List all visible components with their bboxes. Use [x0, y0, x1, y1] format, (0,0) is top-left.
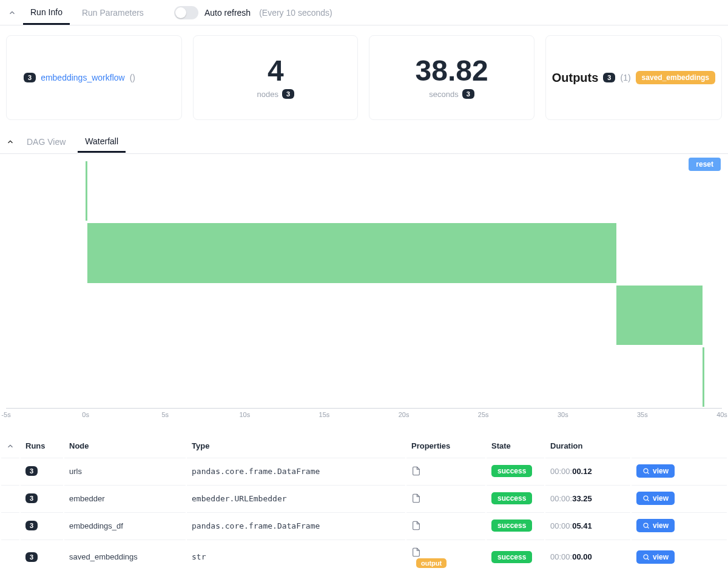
run-badge: 3: [25, 493, 38, 503]
file-icon[interactable]: [411, 465, 480, 477]
x-axis-ticks: -5s0s5s10s15s20s25s30s35s40s: [6, 409, 722, 423]
workflow-link[interactable]: embeddings_workflow: [41, 73, 125, 82]
run-badge: 3: [25, 521, 38, 530]
tab-dag-view[interactable]: DAG View: [19, 132, 73, 152]
svg-line-3: [647, 499, 649, 501]
auto-refresh: Auto refresh (Every 10 seconds): [174, 6, 332, 19]
waterfall-bar[interactable]: [616, 286, 703, 345]
x-tick: 0s: [82, 411, 89, 418]
node-type: pandas.core.frame.DataFrame: [187, 458, 405, 484]
collapse-sub-icon[interactable]: [6, 138, 15, 146]
waterfall-chart[interactable]: [6, 160, 722, 409]
state-badge: success: [491, 465, 532, 477]
file-icon[interactable]: [411, 546, 480, 558]
outputs-badge: 3: [603, 73, 615, 82]
node-type: str: [187, 540, 405, 573]
nodes-label: nodes: [257, 90, 278, 99]
svg-point-6: [644, 555, 648, 559]
run-badge: 3: [25, 552, 38, 562]
duration-value: 00.12: [572, 467, 592, 476]
table-row: 3urlspandas.core.frame.DataFramesuccess0…: [1, 458, 727, 484]
seconds-badge: 3: [462, 89, 474, 99]
card-outputs: Outputs 3 (1) saved_embeddings: [545, 35, 722, 120]
seconds-value: 38.82: [416, 56, 488, 85]
nodes-badge: 3: [282, 89, 294, 99]
col-properties: Properties: [406, 435, 485, 456]
duration-value: 05.41: [572, 521, 592, 530]
tab-run-info[interactable]: Run Info: [23, 1, 70, 25]
view-button[interactable]: view: [636, 519, 675, 532]
svg-line-1: [647, 472, 649, 473]
seconds-label: seconds: [429, 90, 458, 99]
node-name: saved_embeddings: [64, 540, 186, 573]
outputs-count: (1): [620, 73, 630, 82]
view-button[interactable]: view: [636, 492, 675, 505]
svg-line-7: [647, 558, 649, 560]
table-row: 3embedderembedder.URLEmbeddersuccess00:0…: [1, 485, 727, 511]
collapse-top-icon[interactable]: [6, 8, 18, 17]
x-tick: 10s: [239, 411, 250, 418]
node-type: pandas.core.frame.DataFrame: [187, 512, 405, 538]
col-actions: [632, 435, 727, 456]
col-runs: Runs: [21, 435, 63, 456]
x-tick: 25s: [478, 411, 489, 418]
card-seconds: 38.82 seconds3: [369, 35, 534, 120]
svg-point-0: [644, 469, 648, 473]
state-badge: success: [491, 520, 532, 532]
x-tick: -5s: [1, 411, 10, 418]
x-tick: 35s: [637, 411, 648, 418]
file-icon[interactable]: [411, 492, 480, 504]
duration-prefix: 00:00:: [550, 521, 572, 530]
outputs-pill[interactable]: saved_embeddings: [636, 71, 715, 84]
file-icon[interactable]: [411, 520, 480, 532]
x-tick: 30s: [558, 411, 568, 418]
duration-prefix: 00:00:: [550, 552, 572, 561]
col-type: Type: [187, 435, 405, 456]
workflow-suffix: (): [130, 73, 135, 82]
col-expand[interactable]: [1, 435, 19, 456]
col-duration: Duration: [545, 435, 630, 456]
workflow-badge: 3: [24, 73, 36, 82]
view-button[interactable]: view: [636, 550, 675, 564]
col-state: State: [487, 435, 544, 456]
node-type: embedder.URLEmbedder: [187, 485, 405, 511]
duration-value: 00.00: [572, 552, 592, 561]
table-row: 3saved_embeddingsstroutputsuccess00:00:0…: [1, 540, 727, 573]
waterfall-bar[interactable]: [86, 161, 87, 221]
tab-run-parameters[interactable]: Run Parameters: [75, 2, 151, 24]
node-name: embeddings_df: [64, 512, 186, 538]
card-workflow: 3 embeddings_workflow (): [6, 35, 182, 120]
x-tick: 20s: [399, 411, 410, 418]
runs-table: Runs Node Type Properties State Duration…: [0, 434, 728, 575]
svg-point-2: [644, 496, 648, 500]
svg-point-4: [644, 523, 648, 527]
node-name: urls: [64, 458, 186, 484]
x-tick: 40s: [716, 411, 727, 418]
waterfall-bar[interactable]: [87, 223, 616, 282]
top-tabs: Run Info Run Parameters Auto refresh (Ev…: [0, 0, 728, 25]
table-row: 3embeddings_dfpandas.core.frame.DataFram…: [1, 512, 727, 538]
node-name: embedder: [64, 485, 186, 511]
duration-prefix: 00:00:: [550, 494, 572, 503]
col-node: Node: [64, 435, 186, 456]
x-tick: 5s: [161, 411, 169, 418]
svg-line-5: [647, 527, 649, 528]
duration-value: 33.25: [572, 494, 592, 503]
summary-cards: 3 embeddings_workflow () 4 nodes3 38.82 …: [0, 25, 728, 130]
output-badge: output: [416, 558, 447, 568]
auto-refresh-sub: (Every 10 seconds): [259, 8, 332, 18]
tab-waterfall[interactable]: Waterfall: [78, 132, 126, 153]
x-tick: 15s: [319, 411, 330, 418]
state-badge: success: [491, 492, 532, 504]
run-badge: 3: [25, 466, 38, 476]
waterfall-bar[interactable]: [703, 347, 704, 407]
outputs-label: Outputs: [552, 71, 599, 85]
auto-refresh-toggle[interactable]: [174, 6, 198, 19]
state-badge: success: [491, 551, 532, 563]
duration-prefix: 00:00:: [550, 467, 572, 476]
sub-tabs: DAG View Waterfall: [0, 130, 728, 154]
view-button[interactable]: view: [636, 464, 675, 478]
card-nodes: 4 nodes3: [193, 35, 358, 120]
waterfall-chart-area: reset -5s0s5s10s15s20s25s30s35s40s: [0, 154, 728, 423]
auto-refresh-label: Auto refresh: [204, 8, 251, 18]
